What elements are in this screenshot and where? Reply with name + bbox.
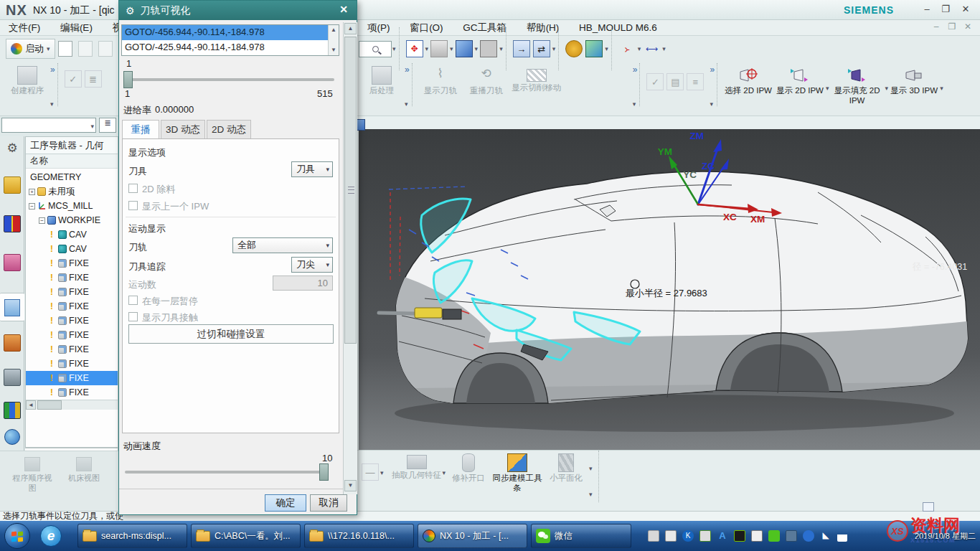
tree-row-fixed-contour[interactable]: !FIXE bbox=[26, 342, 118, 357]
save-icon[interactable] bbox=[98, 41, 113, 57]
start-button[interactable] bbox=[4, 523, 30, 549]
orient-view-cube-icon[interactable] bbox=[456, 40, 473, 57]
show-2d-ipw-button[interactable]: 显示 2D IPW bbox=[774, 63, 826, 110]
minimize-button[interactable]: – bbox=[920, 3, 934, 16]
tab-2d-dynamic[interactable]: 2D 动态 bbox=[207, 120, 251, 139]
caret-down-icon[interactable]: ▾ bbox=[638, 45, 641, 52]
expand-icon[interactable]: + bbox=[29, 189, 35, 195]
dialog-scrollbar[interactable]: ▲ ▼ bbox=[343, 22, 357, 494]
dimension-lines-icon[interactable]: ᚛ bbox=[618, 40, 636, 57]
list-icon[interactable]: ≣ bbox=[85, 70, 102, 88]
sheet-icon[interactable]: ▤ bbox=[666, 73, 684, 90]
new-file-icon[interactable] bbox=[58, 41, 72, 57]
operation-navigator-tab-active[interactable] bbox=[0, 293, 24, 321]
scroll-up-icon[interactable]: ▲ bbox=[329, 25, 339, 35]
caret-down-icon[interactable]: ▾ bbox=[710, 100, 715, 108]
taskbar-item-wechat[interactable]: 微信 bbox=[531, 524, 631, 548]
list-scrollbar[interactable]: ▲▼ bbox=[328, 25, 339, 55]
nvidia-tray-icon[interactable] bbox=[734, 530, 745, 542]
plug-tray-icon[interactable] bbox=[751, 530, 763, 542]
caret-down-icon[interactable]: ▾ bbox=[662, 45, 666, 52]
part-navigator-icon[interactable] bbox=[4, 254, 21, 271]
tree-row-cavity[interactable]: !CAV bbox=[26, 242, 118, 256]
edit-section-icon[interactable]: ⇄ bbox=[533, 40, 550, 57]
expand-group-chevron[interactable]: » bbox=[633, 65, 638, 75]
menu-window[interactable]: 窗口(O) bbox=[401, 20, 452, 36]
tree-row-cavity[interactable]: !CAV bbox=[26, 227, 118, 242]
navigator-column-header[interactable]: 名称 bbox=[26, 154, 118, 169]
work-view-icon[interactable] bbox=[585, 40, 603, 57]
show-3d-ipw-button[interactable]: 显示 3D IPW bbox=[888, 63, 940, 110]
patch-opening-button[interactable]: 修补开口 bbox=[446, 451, 491, 498]
integrated-simulation-icon[interactable] bbox=[4, 369, 21, 386]
collapse-icon[interactable]: − bbox=[39, 217, 45, 224]
fit-view-icon[interactable]: ✥ bbox=[406, 40, 423, 57]
tree-row-unused[interactable]: +未用项 bbox=[26, 184, 118, 199]
caret-down-icon[interactable]: ▾ bbox=[380, 469, 384, 476]
dialog-scrollbar-thumb[interactable] bbox=[344, 37, 357, 344]
dialog-close-icon[interactable]: ✕ bbox=[336, 4, 351, 17]
scroll-down-icon[interactable]: ▼ bbox=[344, 480, 357, 491]
tree-row-fixed-contour[interactable]: !FIXE bbox=[26, 314, 118, 328]
tab-3d-dynamic[interactable]: 3D 动态 bbox=[161, 120, 205, 139]
web-browser-icon[interactable] bbox=[4, 429, 20, 445]
show-tool-contact-checkbox[interactable] bbox=[128, 312, 138, 321]
scroll-left-icon[interactable]: ◄ bbox=[26, 400, 36, 410]
speed-slider-thumb[interactable] bbox=[319, 463, 329, 481]
command-list-button[interactable]: ≣ bbox=[99, 118, 116, 133]
caret-down-icon[interactable]: ▾ bbox=[605, 45, 608, 52]
clip-section-icon[interactable]: → bbox=[513, 40, 530, 57]
menu-file[interactable]: 文件(F) bbox=[0, 20, 49, 36]
2d-material-checkbox[interactable] bbox=[128, 184, 138, 193]
keyboard-tray-icon[interactable] bbox=[648, 530, 659, 542]
expand-group-chevron[interactable]: » bbox=[710, 65, 715, 75]
tree-row-geometry[interactable]: GEOMETRY bbox=[26, 170, 118, 184]
more-tools-icon[interactable]: — bbox=[362, 463, 379, 481]
taskbar-item-search[interactable]: search-ms:displ... bbox=[77, 524, 187, 548]
horizontal-scrollbar[interactable]: ◄ bbox=[26, 400, 118, 410]
machine-tool-view-button[interactable]: 机床视图 bbox=[62, 457, 106, 484]
tree-row-workpiece[interactable]: −WORKPIE bbox=[26, 213, 118, 227]
scroll-down-icon[interactable]: ▼ bbox=[329, 45, 339, 55]
toolpath-combo[interactable]: 全部▾ bbox=[232, 237, 333, 253]
properties-icon[interactable]: ≡ bbox=[687, 73, 704, 90]
post-process-button[interactable]: 后处理 bbox=[359, 63, 405, 110]
volume-tray-icon[interactable]: ◣ bbox=[820, 530, 831, 542]
goto-line-selected[interactable]: GOTO/-456.944,-90.114,-184.978 bbox=[122, 25, 339, 40]
wechat-tray-icon[interactable] bbox=[768, 530, 780, 542]
approve-icon[interactable]: ✓ bbox=[646, 73, 664, 90]
caret-down-icon[interactable]: ▾ bbox=[633, 100, 638, 108]
facet-body-button[interactable]: 小平面化 bbox=[543, 451, 589, 498]
select-2d-ipw-button[interactable]: 选择 2D IPW bbox=[722, 63, 774, 110]
child-restore-button[interactable]: ❐ bbox=[946, 22, 958, 33]
scroll-up-icon[interactable]: ▲ bbox=[344, 23, 357, 34]
tree-row-mcs-mill[interactable]: −MCS_MILL bbox=[26, 199, 118, 213]
sogou-tray-icon[interactable]: A bbox=[717, 530, 728, 542]
verify-icon[interactable]: ✓ bbox=[65, 70, 82, 88]
taskbar-item-abc-folder[interactable]: C:\ABC\一看。刘... bbox=[191, 524, 301, 548]
cancel-button[interactable]: 取消 bbox=[310, 494, 347, 512]
usb-guard-tray-icon[interactable] bbox=[699, 530, 711, 542]
speed-slider-track[interactable] bbox=[125, 471, 329, 474]
replay-slider-thumb[interactable] bbox=[123, 71, 133, 88]
tree-row-fixed-contour[interactable]: !FIXE bbox=[26, 328, 118, 342]
dialog-title-bar[interactable]: ⚙ 刀轨可视化 ✕ bbox=[119, 1, 357, 20]
show-toolpath-button[interactable]: ⌇ 显示刀轨 bbox=[418, 63, 463, 110]
child-minimize-button[interactable]: – bbox=[930, 22, 943, 33]
caret-down-icon[interactable]: ▾ bbox=[450, 45, 453, 52]
snap-gear-icon[interactable] bbox=[565, 40, 583, 57]
render-style-icon[interactable] bbox=[430, 40, 448, 57]
gouge-collision-settings-button[interactable]: 过切和碰撞设置 bbox=[128, 324, 334, 344]
tree-row-fixed-contour[interactable]: !FIXE bbox=[26, 299, 118, 314]
scrollbar-thumb[interactable] bbox=[37, 400, 62, 410]
tool-trace-combo[interactable]: 刀尖▾ bbox=[291, 257, 333, 273]
tool-display-combo[interactable]: 刀具▾ bbox=[291, 161, 333, 177]
assembly-navigator-icon[interactable] bbox=[4, 176, 21, 194]
usb-tray-icon[interactable] bbox=[665, 530, 677, 542]
replay-slider-track[interactable] bbox=[125, 78, 334, 81]
collapse-icon[interactable]: − bbox=[29, 203, 35, 209]
tree-row-fixed-contour[interactable]: !FIXE bbox=[26, 256, 118, 270]
synchronous-modeling-button[interactable]: 同步建模工具条 bbox=[491, 451, 543, 498]
security-shield-tray-icon[interactable] bbox=[803, 530, 814, 542]
show-filled-2d-ipw-button[interactable]: 显示填充 2D IPW bbox=[829, 63, 885, 110]
